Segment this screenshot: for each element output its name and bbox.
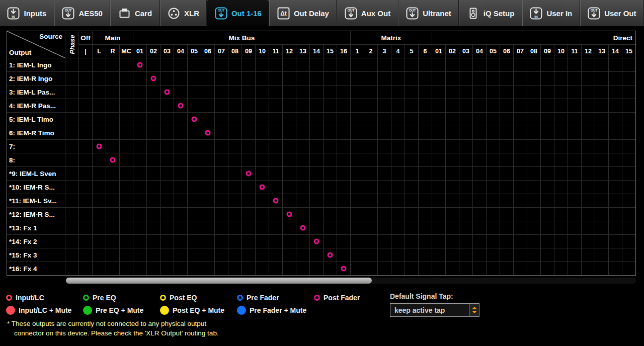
routing-cell-mix-bus-16[interactable]	[337, 153, 350, 166]
routing-cell-direct-12[interactable]	[582, 235, 595, 248]
routing-cell-mix-bus-14[interactable]	[310, 140, 323, 153]
routing-cell-mix-bus-01[interactable]	[133, 181, 146, 194]
routing-cell-mix-bus-06[interactable]	[201, 99, 214, 112]
routing-cell-direct-13[interactable]	[595, 208, 608, 221]
routing-cell-matrix-6[interactable]	[419, 153, 432, 166]
routing-cell-matrix-5[interactable]	[405, 85, 418, 99]
routing-cell-mix-bus-09[interactable]	[242, 140, 255, 153]
routing-cell-direct-05[interactable]	[487, 167, 500, 180]
routing-cell-main-r[interactable]	[106, 208, 119, 221]
routing-cell-mix-bus-12[interactable]	[283, 221, 296, 234]
routing-cell-direct-12[interactable]	[582, 221, 595, 234]
routing-cell-matrix-1[interactable]	[351, 208, 364, 221]
routing-cell-direct-05[interactable]	[487, 153, 500, 166]
routing-cell-mix-bus-07[interactable]	[215, 181, 228, 194]
routing-cell-mix-bus-09[interactable]	[242, 248, 255, 262]
routing-cell-direct-09[interactable]	[541, 85, 554, 99]
routing-cell-direct-07[interactable]	[514, 194, 527, 207]
routing-cell-mix-bus-02[interactable]	[147, 167, 160, 180]
routing-cell-mix-bus-12[interactable]	[283, 85, 296, 99]
routing-cell-direct-03[interactable]	[459, 221, 472, 234]
routing-cell-mix-bus-06[interactable]	[201, 126, 214, 139]
routing-cell-mix-bus-03[interactable]	[160, 85, 174, 99]
routing-cell-mix-bus-01[interactable]	[133, 153, 146, 166]
routing-cell-main-mc[interactable]	[120, 85, 133, 99]
routing-cell-mix-bus-03[interactable]	[160, 99, 174, 112]
routing-cell-direct-05[interactable]	[487, 58, 500, 71]
routing-cell-main-r[interactable]	[106, 58, 119, 71]
routing-cell-direct-15[interactable]	[622, 262, 635, 275]
routing-cell-mix-bus-05[interactable]	[188, 126, 201, 139]
routing-cell-matrix-6[interactable]	[419, 113, 432, 126]
routing-cell-mix-bus-07[interactable]	[215, 113, 228, 126]
routing-cell-direct-10[interactable]	[554, 85, 568, 99]
routing-cell-direct-15[interactable]	[622, 153, 635, 166]
tab-ultranet[interactable]: OUTUltranet	[398, 0, 459, 26]
routing-cell-mix-bus-13[interactable]	[296, 167, 309, 180]
routing-cell-direct-15[interactable]	[622, 58, 635, 71]
routing-cell-mix-bus-01[interactable]	[133, 167, 146, 180]
routing-cell-matrix-6[interactable]	[419, 194, 432, 207]
routing-cell-direct-02[interactable]	[446, 99, 459, 112]
routing-cell-direct-09[interactable]	[541, 194, 554, 207]
routing-cell-direct-13[interactable]	[595, 235, 608, 248]
routing-cell-direct-06[interactable]	[500, 221, 513, 234]
routing-cell-direct-11[interactable]	[568, 248, 581, 262]
routing-cell-direct-13[interactable]	[595, 85, 608, 99]
routing-cell-matrix-2[interactable]	[364, 113, 377, 126]
routing-cell-matrix-6[interactable]	[419, 262, 432, 275]
routing-cell-mix-bus-09[interactable]	[242, 194, 255, 207]
routing-cell-mix-bus-07[interactable]	[215, 208, 228, 221]
routing-cell-mix-bus-04[interactable]	[174, 235, 187, 248]
routing-cell-mix-bus-04[interactable]	[174, 194, 187, 207]
routing-cell-matrix-4[interactable]	[391, 58, 405, 71]
routing-cell-mix-bus-13[interactable]	[296, 113, 309, 126]
routing-cell-main-mc[interactable]	[120, 167, 133, 180]
routing-cell-mix-bus-05[interactable]	[188, 262, 201, 275]
routing-cell-mix-bus-06[interactable]	[201, 153, 214, 166]
routing-cell-direct-01[interactable]	[432, 208, 445, 221]
tab-aes50[interactable]: OUTAES50	[54, 0, 110, 26]
routing-cell-matrix-1[interactable]	[351, 235, 364, 248]
routing-cell-mix-bus-06[interactable]	[201, 167, 214, 180]
routing-cell-matrix-6[interactable]	[419, 58, 432, 71]
routing-cell-mix-bus-07[interactable]	[215, 72, 228, 85]
routing-cell-direct-12[interactable]	[582, 72, 595, 85]
routing-cell-mix-bus-04[interactable]	[174, 181, 187, 194]
routing-cell-mix-bus-01[interactable]	[133, 126, 146, 139]
routing-cell-mix-bus-02[interactable]	[147, 99, 160, 112]
routing-cell-direct-09[interactable]	[541, 167, 554, 180]
routing-cell-mix-bus-08[interactable]	[228, 99, 242, 112]
routing-cell-mix-bus-10[interactable]	[256, 262, 269, 275]
routing-cell-direct-01[interactable]	[432, 221, 445, 234]
routing-cell-mix-bus-16[interactable]	[337, 194, 350, 207]
routing-cell-mix-bus-06[interactable]	[201, 140, 214, 153]
routing-cell-direct-02[interactable]	[446, 221, 459, 234]
routing-cell-direct-01[interactable]	[432, 167, 445, 180]
routing-cell-mix-bus-12[interactable]	[283, 72, 296, 85]
routing-cell-mix-bus-09[interactable]	[242, 85, 255, 99]
routing-cell-mix-bus-15[interactable]	[324, 72, 337, 85]
routing-cell-mix-bus-04[interactable]	[174, 248, 187, 262]
routing-cell-matrix-3[interactable]	[378, 167, 391, 180]
tab-out-1-16[interactable]: OUTOut 1-16	[207, 0, 269, 26]
routing-cell-mix-bus-10[interactable]	[256, 99, 269, 112]
routing-cell-direct-13[interactable]	[595, 262, 608, 275]
routing-cell-mix-bus-11[interactable]	[269, 99, 282, 112]
routing-cell-matrix-3[interactable]	[378, 58, 391, 71]
routing-cell-mix-bus-14[interactable]	[310, 58, 323, 71]
routing-cell-direct-08[interactable]	[527, 140, 540, 153]
routing-cell-main-r[interactable]	[106, 181, 119, 194]
routing-cell-matrix-1[interactable]	[351, 126, 364, 139]
routing-cell-direct-14[interactable]	[609, 153, 622, 166]
routing-cell-mix-bus-15[interactable]	[324, 153, 337, 166]
routing-cell-direct-10[interactable]	[554, 235, 568, 248]
routing-cell-matrix-1[interactable]	[351, 58, 364, 71]
routing-cell-direct-03[interactable]	[459, 99, 472, 112]
routing-cell-direct-10[interactable]	[554, 181, 568, 194]
routing-cell-mix-bus-05[interactable]	[188, 140, 201, 153]
routing-cell-matrix-3[interactable]	[378, 72, 391, 85]
routing-cell-direct-07[interactable]	[514, 248, 527, 262]
phase-cell[interactable]	[65, 85, 78, 99]
routing-cell-mix-bus-12[interactable]	[283, 58, 296, 71]
